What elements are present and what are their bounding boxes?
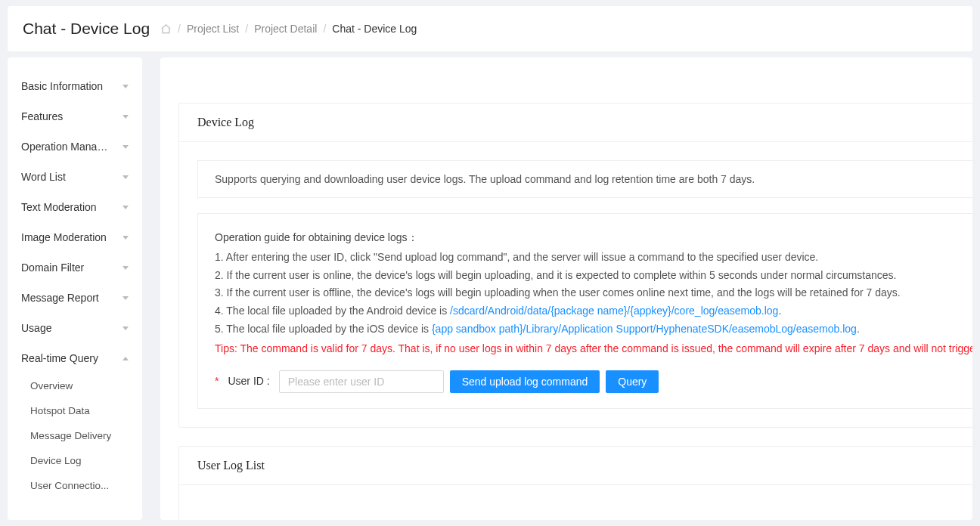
chevron-up-icon [122, 357, 129, 360]
breadcrumb-current: Chat - Device Log [332, 23, 417, 35]
breadcrumb: / Project List / Project Detail / Chat -… [160, 23, 417, 35]
sidebar-item-domain-filter[interactable]: Domain Filter [8, 252, 142, 283]
user-id-input[interactable] [279, 370, 444, 393]
sidebar-sub-overview[interactable]: Overview [8, 373, 142, 398]
device-log-guide: Operation guide for obtaining device log… [197, 213, 972, 409]
sidebar-item-label: Text Moderation [21, 201, 110, 213]
guide-step-4-pre: 4. The local file uploaded by the Androi… [215, 305, 450, 317]
sidebar-item-label: Features [21, 110, 110, 122]
query-button[interactable]: Query [606, 370, 659, 393]
user-log-list-title: User Log List [179, 447, 972, 485]
guide-tip: Tips: The command is valid for 7 days. T… [215, 340, 972, 358]
sidebar-sub-message-delivery[interactable]: Message Delivery [8, 423, 142, 448]
sidebar-item-label: Image Moderation [21, 231, 110, 243]
sidebar-item-text-moderation[interactable]: Text Moderation [8, 192, 142, 222]
sidebar-item-label: Basic Information [21, 80, 110, 92]
guide-step-1: 1. After entering the user ID, click "Se… [215, 249, 972, 267]
sidebar-item-label: Word List [21, 171, 110, 183]
chevron-down-icon [122, 175, 129, 179]
chevron-down-icon [122, 236, 129, 240]
sidebar-item-operation-management[interactable]: Operation Manag... [8, 132, 142, 162]
main-content[interactable]: Device Log Supports querying and downloa… [160, 57, 972, 520]
sidebar-sub-device-log[interactable]: Device Log [8, 448, 142, 473]
guide-step-4-post: . [778, 305, 781, 317]
send-upload-log-command-button[interactable]: Send upload log command [450, 370, 600, 393]
user-id-label: User ID : [228, 373, 269, 391]
breadcrumb-project-list[interactable]: Project List [187, 23, 239, 35]
sidebar-item-label: Operation Manag... [21, 141, 110, 153]
chevron-down-icon [122, 145, 129, 149]
sidebar-item-label: Domain Filter [21, 261, 110, 274]
guide-step-5: 5. The local file uploaded by the iOS de… [215, 320, 972, 339]
home-icon[interactable] [160, 23, 172, 35]
sidebar-item-label: Real-time Query [21, 352, 110, 364]
sidebar-sub-hotspot-data[interactable]: Hotspot Data [8, 398, 142, 423]
guide-step-4: 4. The local file uploaded by the Androi… [215, 302, 972, 320]
chevron-down-icon [122, 296, 129, 300]
guide-step-2: 2. If the current user is online, the de… [215, 267, 972, 285]
chevron-down-icon [122, 206, 129, 209]
sidebar-item-real-time-query[interactable]: Real-time Query [8, 343, 142, 373]
guide-step-3: 3. If the current user is offline, the d… [215, 284, 972, 302]
device-log-card: Device Log Supports querying and downloa… [178, 103, 972, 428]
sidebar-item-features[interactable]: Features [8, 101, 142, 132]
required-star-icon: * [215, 373, 219, 391]
ios-path-link: {app sandbox path}/Library/Application S… [432, 323, 857, 335]
device-log-title: Device Log [179, 104, 972, 142]
breadcrumb-sep: / [245, 23, 248, 35]
sidebar-item-image-moderation[interactable]: Image Moderation [8, 222, 142, 252]
user-id-form-row: * User ID : Send upload log command Quer… [215, 370, 972, 393]
sidebar-item-word-list[interactable]: Word List [8, 162, 142, 192]
page-title: Chat - Device Log [23, 20, 150, 38]
sidebar-item-usage[interactable]: Usage [8, 313, 142, 343]
device-log-alert: Supports querying and downloading user d… [197, 160, 972, 198]
sidebar-sub-user-connection[interactable]: User Connectio... [8, 473, 142, 498]
header-bar: Chat - Device Log / Project List / Proje… [8, 6, 972, 51]
sidebar-item-label: Usage [21, 322, 110, 334]
guide-step-5-pre: 5. The local file uploaded by the iOS de… [215, 323, 432, 335]
chevron-down-icon [122, 115, 129, 119]
guide-title: Operation guide for obtaining device log… [215, 229, 972, 247]
sidebar-item-label: Message Report [21, 292, 110, 304]
breadcrumb-sep: / [323, 23, 326, 35]
chevron-down-icon [122, 266, 129, 270]
sidebar: Basic Information Features Operation Man… [8, 57, 142, 520]
guide-step-5-post: . [857, 323, 860, 335]
breadcrumb-sep: / [178, 23, 181, 35]
chevron-down-icon [122, 326, 129, 330]
user-log-list-card: User Log List [178, 446, 972, 520]
breadcrumb-project-detail[interactable]: Project Detail [254, 23, 317, 35]
chevron-down-icon [122, 85, 129, 88]
sidebar-item-basic-information[interactable]: Basic Information [8, 71, 142, 101]
sidebar-item-message-report[interactable]: Message Report [8, 283, 142, 313]
android-path-link: /sdcard/Android/data/{package name}/{app… [450, 305, 778, 317]
